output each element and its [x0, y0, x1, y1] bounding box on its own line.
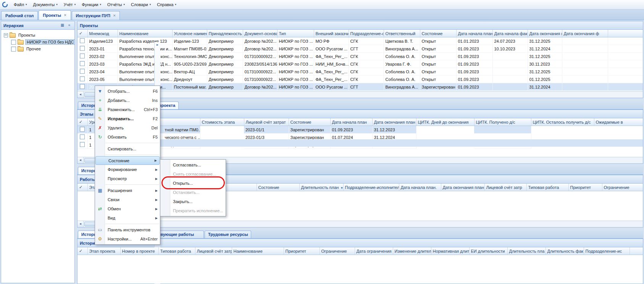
- menu-item-exchange[interactable]: ⇄Обмен▶: [95, 204, 160, 213]
- scroll-left-icon[interactable]: ◄: [77, 157, 84, 163]
- menu-item-formation[interactable]: Формирование▶: [95, 165, 160, 174]
- row-checkbox[interactable]: [80, 69, 85, 74]
- close-icon[interactable]: ✕: [113, 11, 116, 20]
- menu-item-approve[interactable]: Согласовать...: [160, 160, 226, 169]
- column-header[interactable]: ЦИТК. Получено д/с: [474, 118, 531, 126]
- column-header[interactable]: Лицевой счёт затрат: [244, 118, 289, 126]
- expander-icon[interactable]: [4, 33, 8, 37]
- menu-item-toolbar-panel[interactable]: ▭Панель инструментов: [95, 225, 160, 234]
- tree-node-niokr-goz[interactable]: НИОКР по ГОЗ без НДС: [2, 39, 74, 45]
- column-header[interactable]: ✓: [77, 30, 87, 37]
- collapse-panel-icon[interactable]: «: [66, 23, 72, 28]
- menubar-item-accounting[interactable]: Учёт▾: [61, 2, 79, 8]
- column-header[interactable]: Лицевой счёт затр: [195, 247, 232, 255]
- horizontal-scrollbar[interactable]: ◄ ►: [77, 91, 643, 98]
- tree-checkbox[interactable]: [11, 47, 16, 52]
- column-header[interactable]: ✓: [77, 247, 87, 255]
- column-header[interactable]: Документ-основан: [243, 30, 277, 37]
- column-header[interactable]: Длительность фак: [546, 247, 584, 255]
- table-row[interactable]: 1тной партии ПМ0...5 000 000,002023-01/1…: [77, 126, 643, 134]
- column-header[interactable]: Ограничение: [320, 247, 355, 255]
- menu-item-open[interactable]: Открыть...: [160, 179, 226, 188]
- menu-item-links[interactable]: Связи▶: [95, 195, 160, 204]
- column-header[interactable]: Дата начала факт: [492, 30, 528, 37]
- menu-item-refresh[interactable]: ↻ОбновитьF5: [95, 132, 160, 142]
- menubar-item-documents[interactable]: Документы▾: [30, 2, 61, 8]
- column-header[interactable]: [629, 247, 643, 255]
- table-row[interactable]: 2023-01автРазработка технологи...Постоян…: [77, 83, 643, 91]
- column-header[interactable]: [608, 30, 643, 37]
- column-header[interactable]: Номер в проекте: [120, 247, 158, 255]
- column-header[interactable]: ✓: [77, 184, 87, 191]
- column-header[interactable]: Дата начала план: [330, 118, 372, 126]
- column-header[interactable]: Состояние: [420, 30, 456, 37]
- column-header[interactable]: Принадлежность: [207, 30, 243, 37]
- column-header[interactable]: Этап проекта: [87, 247, 120, 255]
- column-header[interactable]: Тип: [277, 30, 314, 37]
- table-row[interactable]: 2023-02Выполнение опытно-конс...Технолог…: [77, 53, 643, 60]
- row-checkbox[interactable]: [80, 142, 85, 147]
- menu-item-state[interactable]: Состояние▶: [95, 156, 160, 165]
- menu-item-copy[interactable]: Скопировать...: [95, 144, 160, 153]
- column-header[interactable]: Подразделение-ис: [584, 247, 629, 255]
- column-header[interactable]: Изменение длител: [393, 247, 431, 255]
- row-checkbox[interactable]: [80, 76, 85, 81]
- table-row[interactable]: Изделие123Разработка изделия 123Изделие-…: [77, 37, 643, 45]
- column-header[interactable]: Подразделение-от: [349, 30, 384, 37]
- column-header[interactable]: Наименование: [232, 247, 284, 255]
- column-header[interactable]: ЦИТК. Осталось получить д/с: [531, 118, 594, 126]
- table-row[interactable]: 2023-04Выполнение опытно-конс...Вектор-А…: [77, 68, 643, 76]
- row-checkbox[interactable]: [80, 84, 85, 89]
- menubar-item-dictionaries[interactable]: Словари▾: [128, 2, 154, 8]
- row-checkbox[interactable]: [80, 53, 85, 58]
- column-header[interactable]: Дата окончания план: [441, 184, 484, 191]
- column-header[interactable]: Ограничение: [602, 184, 643, 191]
- column-header[interactable]: Дата начала план.: [399, 184, 441, 191]
- column-header[interactable]: Дата окончания план: [372, 118, 416, 126]
- tab-labor-resources[interactable]: Трудовые ресурсы: [205, 231, 251, 238]
- menu-item-extensions[interactable]: ▦Расширения▶: [95, 186, 160, 195]
- column-header[interactable]: Лицевой счёт затр: [484, 184, 526, 191]
- column-header[interactable]: Типовая работа: [526, 184, 568, 191]
- column-header[interactable]: Ответственный: [384, 30, 420, 37]
- column-header[interactable]: Дата окончания пл: [528, 30, 562, 37]
- menubar-item-file[interactable]: Файл▾: [11, 2, 30, 8]
- column-header[interactable]: Стоимость этапа: [200, 118, 244, 126]
- row-checkbox[interactable]: [80, 134, 85, 139]
- column-header[interactable]: Дата начала план.: [456, 30, 492, 37]
- row-checkbox[interactable]: [80, 127, 85, 132]
- row-checkbox[interactable]: [80, 46, 85, 51]
- table-row[interactable]: 2023-05Выполнение опытно-конс...Дредноут…: [77, 76, 643, 83]
- column-header[interactable]: Длительность план▼: [299, 184, 343, 191]
- column-header[interactable]: Ожидаемые в: [594, 118, 643, 126]
- tab-instructions-pup[interactable]: Инструкции ПУП✕: [72, 11, 120, 20]
- menu-item-delete[interactable]: ✗УдалитьDel: [95, 123, 160, 132]
- column-header[interactable]: Дата ограничения: [355, 247, 393, 255]
- column-header[interactable]: Дата окончания ф: [562, 30, 608, 37]
- row-checkbox[interactable]: [80, 61, 85, 66]
- column-header[interactable]: Типовая работа: [158, 247, 195, 255]
- menubar-item-functions[interactable]: Функции▾: [79, 2, 104, 8]
- menu-item-view[interactable]: Вид▶: [95, 213, 160, 223]
- menu-item-edit[interactable]: ✎Исправить...F2: [95, 114, 160, 123]
- close-icon[interactable]: ✕: [64, 11, 67, 19]
- column-header[interactable]: Состояние: [257, 184, 299, 191]
- panel-settings-icon[interactable]: ▦: [60, 23, 65, 28]
- column-header[interactable]: Нормативная длит: [431, 247, 469, 255]
- row-checkbox[interactable]: [80, 38, 85, 43]
- menubar-item-help[interactable]: Справка▾: [154, 2, 179, 8]
- column-header[interactable]: Состояние: [289, 118, 330, 126]
- menu-item-duplicate[interactable]: ⇊Размножить...Ctrl+F3: [95, 105, 160, 114]
- tab-projects[interactable]: Проекты✕: [39, 10, 71, 20]
- table-row[interactable]: 1зведенный опыт...7 000 000,002023-01/2З…: [77, 141, 643, 149]
- tab-desktop[interactable]: Рабочий стол: [1, 11, 38, 20]
- menu-item-filter[interactable]: ▼Отобрать...F6: [95, 87, 160, 96]
- menubar-item-reports[interactable]: Отчёты▾: [104, 2, 128, 8]
- column-header[interactable]: Условное наименова: [172, 30, 207, 37]
- horizontal-scrollbar[interactable]: ◄ ►: [77, 221, 643, 227]
- column-header[interactable]: ЕИ длительности: [469, 247, 507, 255]
- menu-item-preview[interactable]: Просмотр▶: [95, 174, 160, 183]
- tree-node-projects[interactable]: Проекты: [2, 32, 74, 39]
- column-header[interactable]: Мнемокод: [87, 30, 118, 37]
- tree-checkbox[interactable]: [11, 40, 16, 45]
